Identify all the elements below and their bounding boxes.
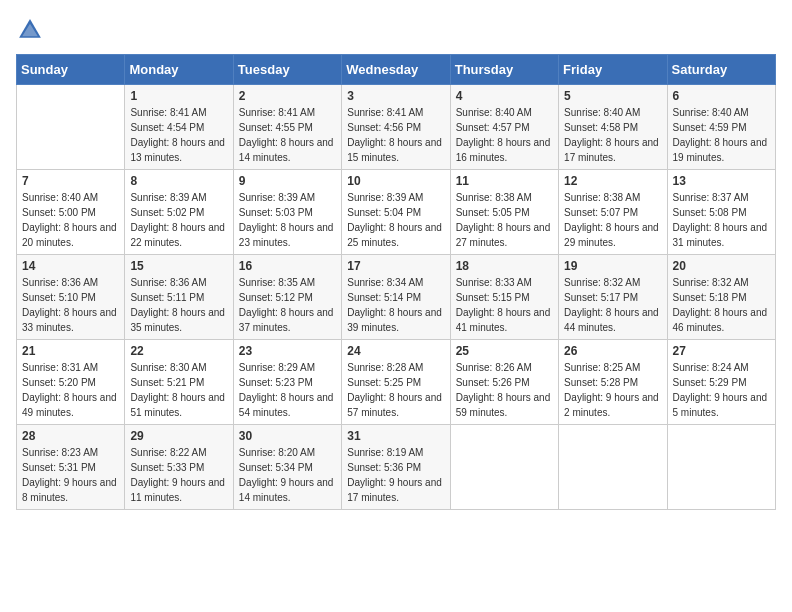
- calendar-cell: 22 Sunrise: 8:30 AM Sunset: 5:21 PM Dayl…: [125, 340, 233, 425]
- calendar-cell: 2 Sunrise: 8:41 AM Sunset: 4:55 PM Dayli…: [233, 85, 341, 170]
- daylight: Daylight: 8 hours and 15 minutes.: [347, 137, 442, 163]
- sunset: Sunset: 5:03 PM: [239, 207, 313, 218]
- daylight: Daylight: 8 hours and 17 minutes.: [564, 137, 659, 163]
- sunrise: Sunrise: 8:40 AM: [673, 107, 749, 118]
- sunrise: Sunrise: 8:20 AM: [239, 447, 315, 458]
- day-number: 11: [456, 174, 553, 188]
- daylight: Daylight: 8 hours and 23 minutes.: [239, 222, 334, 248]
- day-info: Sunrise: 8:32 AM Sunset: 5:18 PM Dayligh…: [673, 275, 770, 335]
- day-info: Sunrise: 8:39 AM Sunset: 5:02 PM Dayligh…: [130, 190, 227, 250]
- day-info: Sunrise: 8:31 AM Sunset: 5:20 PM Dayligh…: [22, 360, 119, 420]
- sunrise: Sunrise: 8:36 AM: [22, 277, 98, 288]
- daylight: Daylight: 8 hours and 20 minutes.: [22, 222, 117, 248]
- logo-icon: [16, 16, 44, 44]
- sunrise: Sunrise: 8:36 AM: [130, 277, 206, 288]
- weekday-header-sunday: Sunday: [17, 55, 125, 85]
- weekday-header-tuesday: Tuesday: [233, 55, 341, 85]
- sunset: Sunset: 4:59 PM: [673, 122, 747, 133]
- calendar-cell: 7 Sunrise: 8:40 AM Sunset: 5:00 PM Dayli…: [17, 170, 125, 255]
- sunrise: Sunrise: 8:39 AM: [130, 192, 206, 203]
- sunset: Sunset: 5:20 PM: [22, 377, 96, 388]
- calendar-cell: 26 Sunrise: 8:25 AM Sunset: 5:28 PM Dayl…: [559, 340, 667, 425]
- sunrise: Sunrise: 8:37 AM: [673, 192, 749, 203]
- day-info: Sunrise: 8:41 AM Sunset: 4:56 PM Dayligh…: [347, 105, 444, 165]
- day-number: 6: [673, 89, 770, 103]
- sunset: Sunset: 4:57 PM: [456, 122, 530, 133]
- day-info: Sunrise: 8:25 AM Sunset: 5:28 PM Dayligh…: [564, 360, 661, 420]
- sunrise: Sunrise: 8:38 AM: [564, 192, 640, 203]
- day-info: Sunrise: 8:26 AM Sunset: 5:26 PM Dayligh…: [456, 360, 553, 420]
- sunset: Sunset: 5:31 PM: [22, 462, 96, 473]
- day-info: Sunrise: 8:40 AM Sunset: 5:00 PM Dayligh…: [22, 190, 119, 250]
- day-info: Sunrise: 8:35 AM Sunset: 5:12 PM Dayligh…: [239, 275, 336, 335]
- daylight: Daylight: 8 hours and 29 minutes.: [564, 222, 659, 248]
- sunrise: Sunrise: 8:40 AM: [564, 107, 640, 118]
- sunset: Sunset: 5:04 PM: [347, 207, 421, 218]
- daylight: Daylight: 8 hours and 54 minutes.: [239, 392, 334, 418]
- calendar-cell: 17 Sunrise: 8:34 AM Sunset: 5:14 PM Dayl…: [342, 255, 450, 340]
- sunrise: Sunrise: 8:39 AM: [239, 192, 315, 203]
- weekday-header-saturday: Saturday: [667, 55, 775, 85]
- sunrise: Sunrise: 8:33 AM: [456, 277, 532, 288]
- day-number: 31: [347, 429, 444, 443]
- sunset: Sunset: 5:28 PM: [564, 377, 638, 388]
- day-number: 16: [239, 259, 336, 273]
- day-info: Sunrise: 8:28 AM Sunset: 5:25 PM Dayligh…: [347, 360, 444, 420]
- sunrise: Sunrise: 8:41 AM: [347, 107, 423, 118]
- calendar-cell: 8 Sunrise: 8:39 AM Sunset: 5:02 PM Dayli…: [125, 170, 233, 255]
- sunset: Sunset: 5:29 PM: [673, 377, 747, 388]
- calendar-cell: 13 Sunrise: 8:37 AM Sunset: 5:08 PM Dayl…: [667, 170, 775, 255]
- calendar-cell: 19 Sunrise: 8:32 AM Sunset: 5:17 PM Dayl…: [559, 255, 667, 340]
- calendar-cell: 5 Sunrise: 8:40 AM Sunset: 4:58 PM Dayli…: [559, 85, 667, 170]
- daylight: Daylight: 8 hours and 41 minutes.: [456, 307, 551, 333]
- daylight: Daylight: 9 hours and 14 minutes.: [239, 477, 334, 503]
- daylight: Daylight: 8 hours and 39 minutes.: [347, 307, 442, 333]
- sunset: Sunset: 5:14 PM: [347, 292, 421, 303]
- calendar-cell: 1 Sunrise: 8:41 AM Sunset: 4:54 PM Dayli…: [125, 85, 233, 170]
- daylight: Daylight: 8 hours and 35 minutes.: [130, 307, 225, 333]
- calendar-week-row: 21 Sunrise: 8:31 AM Sunset: 5:20 PM Dayl…: [17, 340, 776, 425]
- day-info: Sunrise: 8:40 AM Sunset: 4:59 PM Dayligh…: [673, 105, 770, 165]
- calendar-cell: 20 Sunrise: 8:32 AM Sunset: 5:18 PM Dayl…: [667, 255, 775, 340]
- daylight: Daylight: 8 hours and 44 minutes.: [564, 307, 659, 333]
- sunset: Sunset: 5:11 PM: [130, 292, 204, 303]
- day-info: Sunrise: 8:19 AM Sunset: 5:36 PM Dayligh…: [347, 445, 444, 505]
- day-number: 23: [239, 344, 336, 358]
- calendar-cell: 27 Sunrise: 8:24 AM Sunset: 5:29 PM Dayl…: [667, 340, 775, 425]
- calendar-cell: 12 Sunrise: 8:38 AM Sunset: 5:07 PM Dayl…: [559, 170, 667, 255]
- weekday-header-wednesday: Wednesday: [342, 55, 450, 85]
- sunrise: Sunrise: 8:39 AM: [347, 192, 423, 203]
- day-number: 14: [22, 259, 119, 273]
- sunset: Sunset: 5:23 PM: [239, 377, 313, 388]
- day-info: Sunrise: 8:29 AM Sunset: 5:23 PM Dayligh…: [239, 360, 336, 420]
- daylight: Daylight: 8 hours and 13 minutes.: [130, 137, 225, 163]
- day-info: Sunrise: 8:39 AM Sunset: 5:03 PM Dayligh…: [239, 190, 336, 250]
- day-info: Sunrise: 8:39 AM Sunset: 5:04 PM Dayligh…: [347, 190, 444, 250]
- daylight: Daylight: 9 hours and 8 minutes.: [22, 477, 117, 503]
- day-number: 8: [130, 174, 227, 188]
- sunrise: Sunrise: 8:35 AM: [239, 277, 315, 288]
- sunset: Sunset: 5:25 PM: [347, 377, 421, 388]
- sunrise: Sunrise: 8:38 AM: [456, 192, 532, 203]
- daylight: Daylight: 8 hours and 22 minutes.: [130, 222, 225, 248]
- sunset: Sunset: 5:10 PM: [22, 292, 96, 303]
- calendar-cell: 4 Sunrise: 8:40 AM Sunset: 4:57 PM Dayli…: [450, 85, 558, 170]
- day-number: 19: [564, 259, 661, 273]
- sunset: Sunset: 5:12 PM: [239, 292, 313, 303]
- day-number: 7: [22, 174, 119, 188]
- day-number: 9: [239, 174, 336, 188]
- page-header: [16, 16, 776, 44]
- daylight: Daylight: 8 hours and 51 minutes.: [130, 392, 225, 418]
- daylight: Daylight: 8 hours and 33 minutes.: [22, 307, 117, 333]
- daylight: Daylight: 8 hours and 59 minutes.: [456, 392, 551, 418]
- day-number: 30: [239, 429, 336, 443]
- calendar-week-row: 28 Sunrise: 8:23 AM Sunset: 5:31 PM Dayl…: [17, 425, 776, 510]
- calendar-table: SundayMondayTuesdayWednesdayThursdayFrid…: [16, 54, 776, 510]
- sunrise: Sunrise: 8:26 AM: [456, 362, 532, 373]
- day-number: 4: [456, 89, 553, 103]
- day-number: 10: [347, 174, 444, 188]
- day-number: 12: [564, 174, 661, 188]
- weekday-header-monday: Monday: [125, 55, 233, 85]
- day-info: Sunrise: 8:34 AM Sunset: 5:14 PM Dayligh…: [347, 275, 444, 335]
- daylight: Daylight: 8 hours and 37 minutes.: [239, 307, 334, 333]
